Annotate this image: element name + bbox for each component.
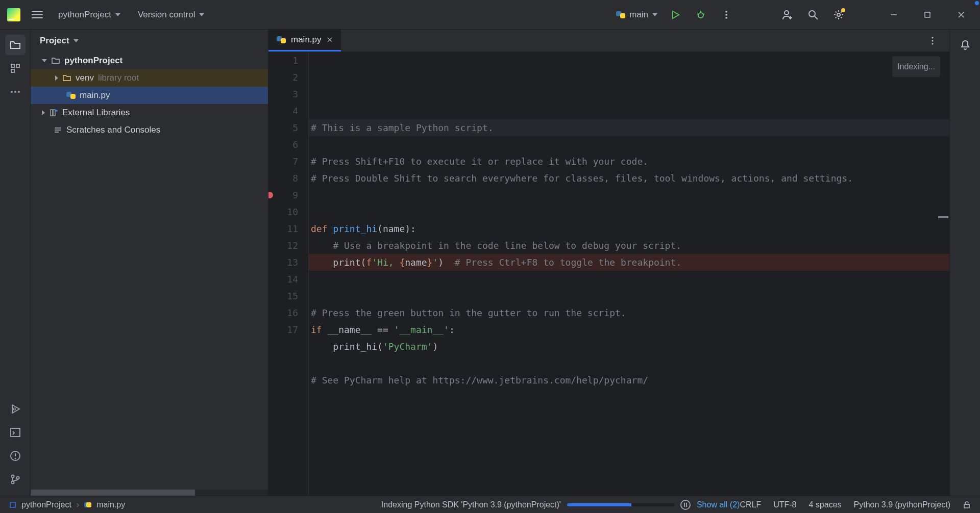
gutter-line[interactable]: 11 (268, 220, 298, 237)
svg-point-29 (11, 475, 14, 478)
code-line[interactable]: if __name__ == '__main__': (309, 321, 949, 338)
code-line[interactable]: def print_hi(name): (309, 220, 949, 237)
show-all-tasks-link[interactable]: Show all (2) (697, 500, 740, 509)
python-console-tool-button[interactable] (5, 399, 26, 419)
hamburger-icon (32, 11, 43, 18)
project-horizontal-scrollbar[interactable] (31, 490, 268, 496)
code-line[interactable]: # Press Shift+F10 to execute it or repla… (309, 153, 949, 170)
code-line[interactable] (309, 389, 949, 405)
tree-main-file[interactable]: main.py (31, 87, 268, 104)
tree-external-libs[interactable]: External Libraries (31, 104, 268, 121)
code-line[interactable] (309, 288, 949, 304)
bell-icon (960, 39, 971, 50)
more-actions-button[interactable] (719, 7, 734, 22)
gutter-line[interactable]: 17 (268, 321, 298, 338)
readonly-toggle[interactable] (963, 501, 971, 509)
right-tool-strip (949, 30, 980, 496)
breadcrumb-file[interactable]: main.py (96, 500, 125, 509)
structure-tool-button[interactable] (5, 58, 26, 79)
search-everywhere-button[interactable] (805, 7, 821, 22)
project-tool-button[interactable] (5, 35, 26, 55)
statusbar: pythonProject › main.py Indexing Python … (0, 496, 980, 513)
main-menu-button[interactable] (30, 7, 45, 22)
gutter-line[interactable]: 12 (268, 237, 298, 254)
gutter-line[interactable]: 2 (268, 69, 298, 86)
encoding-widget[interactable]: UTF-8 (773, 500, 796, 509)
code-line[interactable]: # See PyCharm help at https://www.jetbra… (309, 372, 949, 389)
run-button[interactable] (668, 7, 683, 22)
run-config-dropdown[interactable]: main (616, 10, 657, 20)
tree-root[interactable]: pythonProject (31, 52, 268, 69)
editor-tab-main[interactable]: main.py (268, 30, 341, 52)
notifications-button[interactable] (955, 35, 975, 55)
gutter-line[interactable]: 9 (268, 187, 298, 203)
interpreter-widget[interactable]: Python 3.9 (pythonProject) (854, 500, 950, 509)
close-tab-button[interactable] (327, 37, 333, 43)
folder-icon (10, 39, 21, 50)
code-line[interactable] (309, 203, 949, 220)
vcs-tool-button[interactable] (5, 469, 26, 490)
more-tools-button[interactable] (5, 82, 26, 102)
code-token: f (366, 257, 372, 268)
gutter-line[interactable]: 13 (268, 254, 298, 271)
gutter-line[interactable]: 16 (268, 304, 298, 321)
maximize-window-button[interactable] (916, 5, 939, 25)
play-icon (670, 10, 680, 20)
gutter-line[interactable]: 10 (268, 203, 298, 220)
code-line[interactable]: print(f'Hi, {name}') # Press Ctrl+F8 to … (309, 254, 949, 271)
code-line[interactable] (309, 271, 949, 288)
breakpoint-icon[interactable] (268, 192, 273, 198)
gutter-line[interactable]: 15 (268, 288, 298, 304)
scrollbar-thumb[interactable] (31, 490, 195, 496)
gutter-line[interactable]: 6 (268, 136, 298, 153)
project-panel-header[interactable]: Project (31, 30, 268, 52)
indent-widget[interactable]: 4 spaces (809, 500, 842, 509)
breadcrumb-project[interactable]: pythonProject (21, 500, 71, 509)
gutter-line[interactable]: 8 (268, 170, 298, 187)
pause-indexing-button[interactable] (680, 500, 691, 510)
editor-tabs: main.py (268, 30, 949, 52)
code-line[interactable]: # Press Double Shift to search everywher… (309, 170, 949, 187)
gutter-line[interactable]: 4 (268, 102, 298, 119)
close-window-button[interactable] (949, 5, 973, 25)
tree-external-libs-label: External Libraries (62, 108, 130, 118)
code-line[interactable]: # Press the green button in the gutter t… (309, 304, 949, 321)
gutter-line[interactable]: 14 (268, 271, 298, 288)
kebab-icon (722, 10, 731, 19)
ellipsis-icon (10, 90, 21, 94)
settings-button[interactable] (831, 7, 846, 22)
svg-rect-33 (53, 110, 55, 116)
code-line[interactable]: # Use a breakpoint in the code line belo… (309, 237, 949, 254)
editor-more-button[interactable] (925, 33, 940, 48)
chevron-down-icon (74, 39, 79, 42)
code-with-me-button[interactable] (780, 7, 795, 22)
code-line[interactable]: print_hi('PyCharm') (309, 338, 949, 355)
code-line[interactable] (309, 187, 949, 203)
gutter-line[interactable]: 3 (268, 86, 298, 102)
gutter-line[interactable]: 1 (268, 52, 298, 69)
project-dropdown[interactable]: pythonProject (54, 7, 125, 23)
tree-venv[interactable]: venv library root (31, 69, 268, 87)
svg-rect-32 (51, 110, 53, 116)
editor-gutter[interactable]: 1234567891011121314151617 (268, 52, 308, 496)
minimize-window-button[interactable] (882, 5, 905, 25)
project-tree[interactable]: pythonProject venv library root main.py … (31, 52, 268, 490)
editor-code[interactable]: Indexing... # This is a sample Python sc… (309, 52, 949, 496)
vcs-dropdown[interactable]: Version control (134, 7, 208, 23)
gutter-line[interactable]: 5 (268, 119, 298, 136)
left-tool-strip (0, 30, 31, 496)
svg-point-31 (16, 477, 19, 479)
code-token: '__main__' (394, 324, 449, 335)
gutter-line[interactable]: 7 (268, 153, 298, 170)
code-line[interactable]: # This is a sample Python script. (309, 119, 949, 136)
debug-button[interactable] (693, 7, 708, 22)
code-line[interactable] (309, 136, 949, 153)
indexing-badge: Indexing... (892, 56, 940, 77)
line-separator-widget[interactable]: CRLF (740, 500, 761, 509)
tree-scratches[interactable]: Scratches and Consoles (31, 121, 268, 139)
code-token: __name__ == (328, 324, 394, 335)
editor-body[interactable]: 1234567891011121314151617 Indexing... # … (268, 52, 949, 496)
terminal-tool-button[interactable] (5, 422, 26, 443)
problems-tool-button[interactable] (5, 446, 26, 466)
code-line[interactable] (309, 355, 949, 372)
